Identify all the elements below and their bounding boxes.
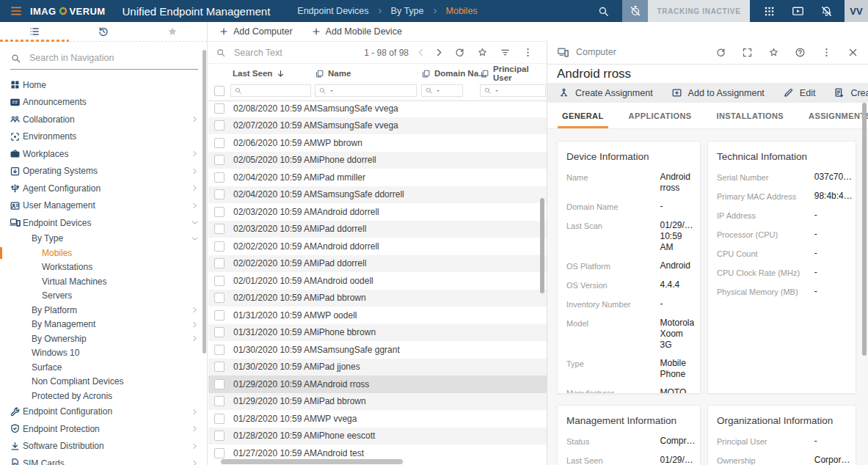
sidebar-item-non-compliant-devices[interactable]: Non Compliant Devices xyxy=(0,375,207,389)
fullscreen-icon[interactable] xyxy=(742,47,753,58)
row-checkbox[interactable] xyxy=(214,172,225,183)
table-row[interactable]: 02/04/2020 10:59 AM SamsungSafe ddorrell xyxy=(208,186,547,204)
sidebar-item-by-ownership[interactable]: By Ownership xyxy=(0,332,207,346)
column-header-last-seen[interactable]: Last Seen xyxy=(233,64,285,83)
sidebar-item-endpoint-protection[interactable]: Endpoint Protection xyxy=(0,420,207,438)
more-menu-icon[interactable] xyxy=(821,47,832,58)
notifications-off-icon[interactable] xyxy=(820,5,833,18)
table-row[interactable]: 02/05/2020 10:59 AM iPhone ddorrell xyxy=(208,152,547,169)
apps-grid-icon[interactable] xyxy=(763,5,776,18)
row-checkbox[interactable] xyxy=(214,310,225,321)
help-icon[interactable] xyxy=(795,47,806,58)
refresh-icon[interactable] xyxy=(715,47,726,58)
row-checkbox[interactable] xyxy=(214,120,225,131)
row-checkbox[interactable] xyxy=(214,207,225,217)
tracking-timer-button[interactable] xyxy=(622,0,648,22)
filter-name-input[interactable] xyxy=(337,87,413,95)
breadcrumb-item[interactable]: Endpoint Devices xyxy=(297,6,368,16)
table-row[interactable]: 01/28/2020 10:59 AM iPhone eescott xyxy=(208,428,547,445)
sidebar-item-environments[interactable]: Environments xyxy=(0,128,207,146)
sidebar-item-endpoint-devices[interactable]: Endpoint Devices xyxy=(0,214,207,232)
column-header-domain[interactable]: Domain Na… xyxy=(421,64,487,83)
caret-down-icon[interactable] xyxy=(329,88,335,94)
row-checkbox[interactable] xyxy=(214,138,225,148)
sidebar-item-by-type[interactable]: By Type xyxy=(0,232,207,246)
table-row[interactable]: 02/08/2020 10:59 AM SamsungSafe vvega xyxy=(208,100,547,117)
page-next-icon[interactable] xyxy=(434,47,445,58)
filter-last-seen-input[interactable] xyxy=(244,87,307,95)
table-row[interactable]: 02/02/2020 10:59 AM Android ddorrell xyxy=(208,238,547,255)
tab-general[interactable]: GENERAL xyxy=(550,103,616,128)
sidebar-item-collaboration[interactable]: Collaboration xyxy=(0,111,207,128)
row-checkbox[interactable] xyxy=(214,293,225,303)
sidebar-item-software-distribution[interactable]: Software Distribution xyxy=(0,438,207,455)
sidebar-item-mobiles[interactable]: Mobiles xyxy=(0,246,207,260)
table-row[interactable]: 01/30/2020 10:59 AM SamsungSafe ggrant xyxy=(208,341,547,359)
sidebar-item-workstations[interactable]: Workstations xyxy=(0,260,207,275)
table-row[interactable]: 02/06/2020 10:59 AM WP bbrown xyxy=(208,134,547,152)
close-icon[interactable] xyxy=(847,47,858,58)
sidebar-item-home[interactable]: Home xyxy=(0,76,207,94)
table-row[interactable]: 02/03/2020 10:59 AM iPad ddorrell xyxy=(208,221,547,238)
tab-history[interactable] xyxy=(69,22,138,41)
breadcrumb-item[interactable]: Mobiles xyxy=(446,6,478,16)
row-checkbox[interactable] xyxy=(214,362,225,372)
table-row[interactable]: 01/29/2020 10:59 AM iPad bbrown xyxy=(208,393,547,411)
row-checkbox[interactable] xyxy=(214,155,225,165)
column-header-principal-user[interactable]: Principal User xyxy=(480,64,547,83)
table-row[interactable]: 01/31/2020 10:59 AM iPhone bbrown xyxy=(208,324,547,342)
sidebar-item-user-management[interactable]: User Management xyxy=(0,197,207,215)
sidebar-item-servers[interactable]: Servers xyxy=(0,289,207,304)
table-row[interactable]: 02/01/2020 10:59 AM iPad bbrown xyxy=(208,290,547,307)
table-row[interactable]: 02/04/2020 10:59 AM iPad mmiller xyxy=(208,169,547,186)
sidebar-item-announcements[interactable]: Announcements xyxy=(0,94,207,111)
table-row[interactable]: 02/03/2020 10:59 AM Android ddorrell xyxy=(208,203,547,221)
add-to-assignment-button[interactable]: Add to Assignment xyxy=(671,87,765,98)
favorite-icon[interactable] xyxy=(768,47,779,58)
column-header-name[interactable]: Name xyxy=(315,64,351,83)
sidebar-item-agent-configuration[interactable]: Agent Configuration xyxy=(0,180,207,197)
sidebar-scrollbar[interactable] xyxy=(203,50,206,354)
sidebar-item-endpoint-configuration[interactable]: Endpoint Configuration xyxy=(0,403,207,421)
tab-assignments[interactable]: ASSIGNMENTS xyxy=(796,103,868,128)
row-checkbox[interactable] xyxy=(214,379,225,389)
table-row[interactable]: 02/02/2020 10:59 AM iPad ddorrell xyxy=(208,255,547,273)
tab-navigation-list[interactable] xyxy=(0,22,69,41)
create-assignment-button[interactable]: Create Assignment xyxy=(558,87,653,98)
table-row[interactable]: 01/30/2020 10:59 AM iPad jjones xyxy=(208,359,547,376)
filter-principal-user-input[interactable] xyxy=(502,87,542,95)
page-previous-icon[interactable] xyxy=(415,47,426,58)
more-menu-icon[interactable] xyxy=(522,47,533,58)
sidebar-search-input[interactable] xyxy=(28,52,198,64)
add-mobile-device-button[interactable]: Add Mobile Device xyxy=(312,26,402,37)
add-computer-button[interactable]: Add Computer xyxy=(219,26,293,37)
sidebar-item-by-management[interactable]: By Management xyxy=(0,318,207,332)
sidebar-item-sim-cards[interactable]: SIM Cards xyxy=(0,455,207,465)
create-task-button[interactable]: Create Task xyxy=(834,87,868,98)
tab-applications[interactable]: APPLICATIONS xyxy=(616,103,704,128)
row-checkbox[interactable] xyxy=(214,431,225,441)
list-horizontal-scrollbar[interactable] xyxy=(221,459,403,464)
row-checkbox[interactable] xyxy=(214,276,225,286)
sidebar-item-workplaces[interactable]: Workplaces xyxy=(0,145,207,163)
remote-view-icon[interactable] xyxy=(792,5,804,18)
row-checkbox[interactable] xyxy=(214,327,225,337)
list-vertical-scrollbar[interactable] xyxy=(540,198,544,293)
row-checkbox[interactable] xyxy=(214,396,225,406)
sidebar-item-virtual-machines[interactable]: Virtual Machines xyxy=(0,274,207,289)
row-checkbox[interactable] xyxy=(214,103,225,114)
menu-icon[interactable] xyxy=(10,5,23,17)
global-search-icon[interactable] xyxy=(597,5,610,18)
table-row[interactable]: 01/31/2020 10:59 AM WP oodell xyxy=(208,307,547,324)
filter-domain-input[interactable] xyxy=(443,87,459,95)
tab-installations[interactable]: INSTALLATIONS xyxy=(704,103,796,128)
edit-button[interactable]: Edit xyxy=(783,87,816,98)
row-checkbox[interactable] xyxy=(214,414,225,424)
detail-scrollbar[interactable] xyxy=(862,103,867,356)
table-row[interactable]: 02/07/2020 10:59 AM SamsungSafe vvega xyxy=(208,117,547,135)
row-checkbox[interactable] xyxy=(214,448,225,458)
tracking-inactive-button[interactable]: TRACKING INACTIVE xyxy=(648,0,750,22)
row-checkbox[interactable] xyxy=(214,189,225,199)
caret-down-icon[interactable] xyxy=(435,88,441,94)
user-avatar[interactable]: VV xyxy=(845,0,868,22)
